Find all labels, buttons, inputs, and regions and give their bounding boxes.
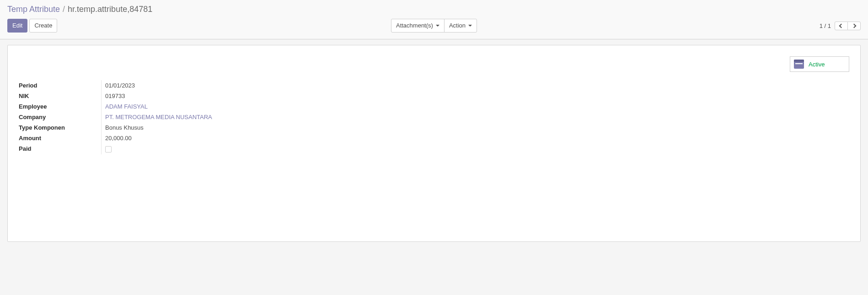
archive-icon [794, 60, 804, 69]
control-panel-row: Edit Create Attachment(s) Action 1 / 1 [7, 19, 861, 33]
field-group: Period 01/01/2023 NIK 019733 Employee AD… [19, 80, 434, 154]
pager-prev-button[interactable] [835, 22, 848, 30]
breadcrumb-parent-link[interactable]: Temp Attribute [7, 5, 60, 14]
form-view: Active Period 01/01/2023 NIK 019733 Empl… [0, 39, 868, 247]
field-row-amount: Amount 20,000.00 [19, 133, 434, 143]
employee-link[interactable]: ADAM FAISYAL [105, 103, 148, 110]
pager-counter[interactable]: 1 / 1 [820, 22, 831, 29]
field-row-nik: NIK 019733 [19, 91, 434, 101]
company-link[interactable]: PT. METROGEMA MEDIA NUSANTARA [105, 114, 212, 120]
control-panel-center: Attachment(s) Action [391, 19, 477, 33]
field-value-paid [101, 143, 434, 154]
chevron-left-icon [839, 23, 844, 28]
field-label-type-komponen: Type Komponen [19, 122, 101, 133]
field-label-amount: Amount [19, 133, 101, 143]
pager-buttons [835, 22, 861, 30]
field-value-amount: 20,000.00 [101, 133, 434, 143]
chevron-right-icon [852, 23, 857, 28]
control-panel: Temp Attribute / hr.temp.attribute,84781… [0, 0, 868, 39]
active-status-label: Active [809, 61, 825, 68]
field-label-employee: Employee [19, 101, 101, 112]
action-dropdown[interactable]: Action [444, 19, 477, 33]
caret-down-icon [468, 25, 472, 27]
field-row-paid: Paid [19, 143, 434, 154]
breadcrumb-current: hr.temp.attribute,84781 [68, 5, 152, 14]
field-value-company: PT. METROGEMA MEDIA NUSANTARA [101, 112, 434, 122]
button-box: Active [19, 56, 849, 72]
active-toggle-button[interactable]: Active [790, 56, 849, 72]
field-row-employee: Employee ADAM FAISYAL [19, 101, 434, 112]
field-value-nik: 019733 [101, 91, 434, 101]
field-row-type-komponen: Type Komponen Bonus Khusus [19, 122, 434, 133]
caret-down-icon [436, 25, 439, 27]
field-label-nik: NIK [19, 91, 101, 101]
sidebar-button-group: Attachment(s) Action [391, 19, 477, 33]
attachments-label: Attachment(s) [396, 22, 433, 30]
paid-checkbox [105, 146, 112, 153]
edit-button[interactable]: Edit [7, 19, 27, 33]
attachments-dropdown[interactable]: Attachment(s) [391, 19, 445, 33]
field-label-paid: Paid [19, 143, 101, 154]
pager-next-button[interactable] [847, 22, 861, 30]
field-value-employee: ADAM FAISYAL [101, 101, 434, 112]
create-button[interactable]: Create [29, 19, 57, 33]
field-value-period: 01/01/2023 [101, 80, 434, 91]
control-panel-left: Edit Create [7, 19, 57, 33]
control-panel-right: 1 / 1 [820, 22, 861, 30]
field-label-company: Company [19, 112, 101, 122]
action-label: Action [449, 22, 466, 30]
field-row-period: Period 01/01/2023 [19, 80, 434, 91]
breadcrumb: Temp Attribute / hr.temp.attribute,84781 [7, 5, 861, 14]
field-label-period: Period [19, 80, 101, 91]
field-row-company: Company PT. METROGEMA MEDIA NUSANTARA [19, 112, 434, 122]
form-sheet: Active Period 01/01/2023 NIK 019733 Empl… [7, 45, 861, 242]
breadcrumb-separator: / [63, 5, 65, 14]
field-value-type-komponen: Bonus Khusus [101, 122, 434, 133]
